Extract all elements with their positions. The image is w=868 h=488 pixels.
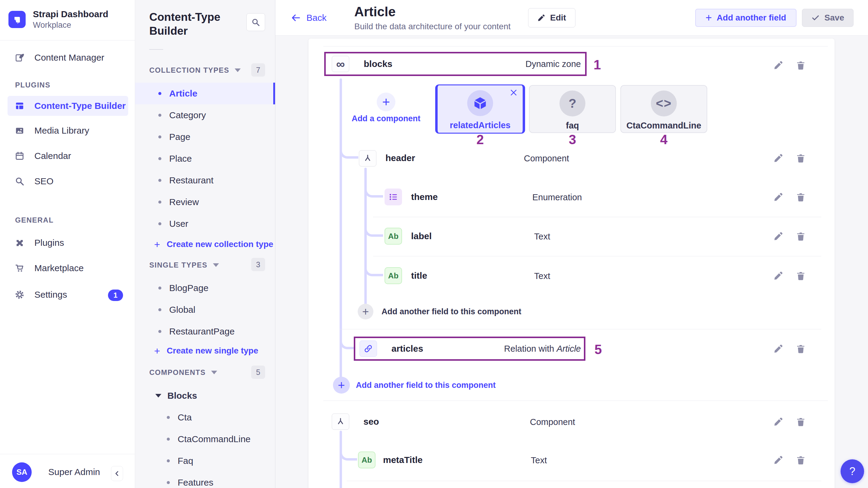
sidebar-item-restaurant[interactable]: Restaurant (135, 170, 275, 191)
sidebar-item-blogpage[interactable]: BlogPage (135, 277, 275, 299)
component-card-faq[interactable]: ? faq (529, 85, 616, 133)
back-link[interactable]: Back (290, 13, 327, 23)
pencil-icon (774, 344, 783, 354)
trash-icon (796, 455, 806, 465)
add-field-label: Add another field (717, 13, 786, 23)
nav-item-label: Settings (34, 289, 67, 300)
nav-item-content-manager[interactable]: Content Manager (7, 48, 128, 67)
edit-field-button[interactable] (773, 343, 784, 354)
sidebar-item-category[interactable]: Category (135, 104, 275, 126)
pencil-icon (774, 192, 783, 202)
chevron-left-icon (113, 469, 121, 478)
sidebar-item-page[interactable]: Page (135, 126, 275, 148)
sidebar-item-ctacommandline[interactable]: CtaCommandLine (135, 428, 275, 450)
item-label: Features (178, 478, 213, 488)
content-area: ∞ blocks Dynamic zone 1 (275, 36, 868, 488)
field-row-blocks[interactable]: ∞ blocks Dynamic zone (324, 52, 587, 76)
nav-item-media-library[interactable]: Media Library (7, 121, 128, 141)
nav-item-seo[interactable]: SEO (7, 171, 128, 191)
delete-field-button[interactable] (795, 231, 806, 242)
delete-field-button[interactable] (795, 191, 806, 202)
bullet-icon (158, 179, 161, 182)
create-single-type-link[interactable]: +Create new single type (135, 341, 275, 360)
add-field-to-component-button[interactable]: + (358, 304, 373, 319)
edit-field-button[interactable] (773, 191, 784, 202)
nav-item-label: Calendar (34, 151, 71, 161)
add-component-button[interactable]: + (377, 93, 395, 111)
tree-elbow (364, 260, 383, 276)
delete-field-button[interactable] (795, 343, 806, 354)
edit-field-button[interactable] (773, 231, 784, 242)
help-button[interactable]: ? (841, 459, 864, 483)
magnifier-icon (14, 176, 25, 186)
field-name: blocks (364, 59, 392, 69)
row-actions (773, 270, 806, 281)
close-icon[interactable] (509, 88, 518, 97)
delete-field-button[interactable] (795, 416, 806, 427)
collapse-sidebar-button[interactable] (111, 466, 123, 481)
add-another-field-button[interactable]: + Add another field (695, 9, 796, 27)
field-row-articles[interactable]: articles Relation with Article (354, 337, 585, 361)
delete-field-button[interactable] (795, 60, 806, 70)
bullet-icon (167, 459, 170, 462)
bullet-icon (158, 308, 161, 311)
tree-elbow (364, 181, 383, 197)
item-label: Faq (178, 456, 193, 466)
sidebar-item-faq[interactable]: Faq (135, 450, 275, 472)
sidebar-item-features[interactable]: Features (135, 472, 275, 488)
edit-field-button[interactable] (773, 416, 784, 427)
bullet-icon (158, 114, 161, 117)
component-group-blocks[interactable]: Blocks (135, 385, 275, 406)
sidebar-item-cta[interactable]: Cta (135, 406, 275, 428)
sidebar-item-global[interactable]: Global (135, 299, 275, 321)
nav-item-label: Media Library (34, 125, 89, 136)
sidebar-item-article[interactable]: Article (135, 83, 275, 104)
nav-item-calendar[interactable]: Calendar (7, 146, 128, 166)
component-card-ctacommandline[interactable]: <> CtaCommandLine (620, 85, 707, 133)
add-field-to-component-label[interactable]: Add another field to this component (381, 307, 521, 316)
field-name: metaTitle (383, 455, 423, 465)
nav-item-label: Content Manager (34, 53, 104, 63)
nav-item-marketplace[interactable]: Marketplace (7, 258, 128, 278)
trash-icon (796, 192, 806, 202)
add-field-to-dynamic-zone-button[interactable]: + (333, 377, 350, 394)
tree-line (340, 431, 342, 488)
edit-field-button[interactable] (773, 153, 784, 163)
sidebar-item-user[interactable]: User (135, 213, 275, 235)
pen-icon (14, 53, 25, 63)
delete-field-button[interactable] (795, 153, 806, 163)
create-collection-type-link[interactable]: +Create new collection type (135, 235, 275, 254)
avatar[interactable]: SA (12, 462, 32, 482)
delete-field-button[interactable] (795, 455, 806, 465)
sidebar-item-restaurantpage[interactable]: RestaurantPage (135, 321, 275, 342)
nav-item-label: Marketplace (34, 263, 84, 273)
edit-label: Edit (550, 13, 566, 23)
app-title: Strapi Dashboard (33, 9, 108, 19)
nav-item-content-type-builder[interactable]: Content-Type Builder (7, 96, 128, 116)
add-component-label[interactable]: Add a component (341, 114, 431, 123)
search-button[interactable] (246, 13, 265, 31)
item-label: Global (169, 305, 195, 315)
nav-item-label: Plugins (34, 238, 64, 248)
field-name: theme (411, 192, 438, 202)
sidebar-item-review[interactable]: Review (135, 191, 275, 213)
field-type: Component (524, 154, 569, 163)
puzzle-icon (14, 238, 25, 248)
divider (373, 217, 821, 217)
add-field-to-dynamic-zone-label[interactable]: Add another field to this component (356, 380, 496, 390)
edit-field-button[interactable] (773, 270, 784, 281)
component-card-relatedarticles[interactable]: relatedArticles (435, 85, 525, 133)
save-button[interactable]: Save (802, 9, 854, 27)
gear-icon (14, 289, 25, 300)
sidebar-title: Content-Type Builder (149, 10, 243, 38)
content-type-builder-sidebar: Content-Type Builder COLLECTION TYPES 7 … (135, 0, 275, 488)
bullet-icon (167, 416, 170, 419)
edit-field-button[interactable] (773, 455, 784, 465)
layout-grid-icon (14, 101, 25, 111)
sidebar-item-place[interactable]: Place (135, 148, 275, 170)
edit-field-button[interactable] (773, 60, 784, 70)
nav-item-plugins[interactable]: Plugins (7, 233, 128, 253)
row-actions (773, 153, 806, 163)
edit-button[interactable]: Edit (528, 8, 576, 27)
delete-field-button[interactable] (795, 270, 806, 281)
